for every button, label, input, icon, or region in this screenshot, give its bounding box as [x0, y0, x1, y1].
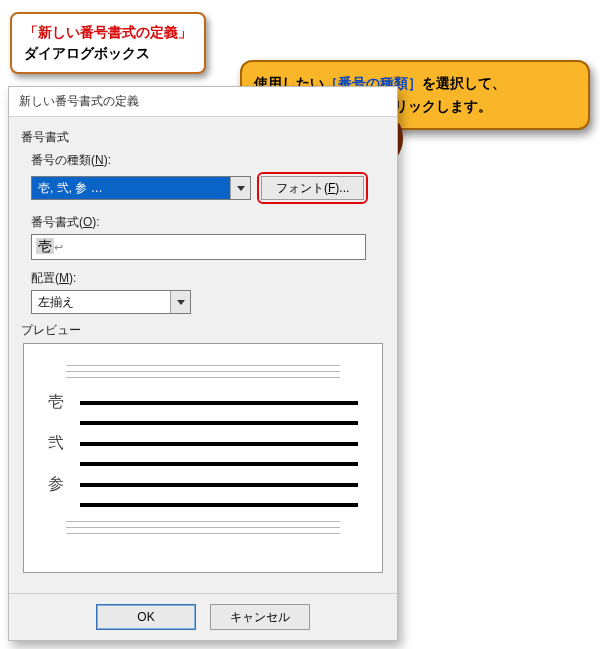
alignment-dropdown[interactable]: 左揃え [31, 290, 191, 314]
annotation-callout: 「新しい番号書式の定義」 ダイアログボックス [10, 12, 206, 74]
preview-row: 弐 [48, 433, 358, 454]
cancel-button[interactable]: キャンセル [210, 604, 310, 630]
font-button[interactable]: フォント(F)... [261, 176, 364, 200]
preview-row: 壱 [48, 392, 358, 413]
balloon-text: します。 [436, 98, 492, 114]
dialog-title: 新しい番号書式の定義 [9, 87, 397, 117]
group-label: 番号書式 [21, 129, 385, 146]
annotation-title: 「新しい番号書式の定義」 [24, 22, 192, 43]
number-type-value: 壱, 弐, 参 … [32, 177, 230, 199]
number-format-input[interactable]: 壱↩ [31, 234, 366, 260]
chevron-down-icon [237, 186, 245, 191]
define-number-format-dialog: 新しい番号書式の定義 番号書式 番号の種類(N): 壱, 弐, 参 … フォント… [8, 86, 398, 641]
balloon-text: を選択して、 [422, 75, 506, 91]
annotation-subtitle: ダイアログボックス [24, 43, 192, 64]
number-format-label: 番号書式(O): [31, 214, 385, 231]
alignment-value: 左揃え [32, 291, 170, 313]
alignment-label: 配置(M): [31, 270, 385, 287]
paragraph-mark-icon: ↩ [54, 241, 63, 253]
highlight-ring: フォント(F)... [257, 172, 368, 204]
preview-char: 参 [48, 474, 66, 495]
dropdown-button[interactable] [170, 291, 190, 313]
chevron-down-icon [177, 300, 185, 305]
ok-button[interactable]: OK [96, 604, 196, 630]
preview-char: 壱 [48, 392, 66, 413]
preview-char: 弐 [48, 433, 66, 454]
number-type-dropdown[interactable]: 壱, 弐, 参 … [31, 176, 251, 200]
preview-label: プレビュー [21, 322, 385, 339]
preview-box: 壱 弐 参 [23, 343, 383, 573]
dropdown-button[interactable] [230, 177, 250, 199]
dialog-footer: OK キャンセル [9, 593, 397, 640]
number-format-value: 壱 [36, 238, 54, 254]
preview-row: 参 [48, 474, 358, 495]
dialog-body: 番号書式 番号の種類(N): 壱, 弐, 参 … フォント(F)... [9, 117, 397, 593]
number-type-label: 番号の種類(N): [31, 152, 385, 169]
